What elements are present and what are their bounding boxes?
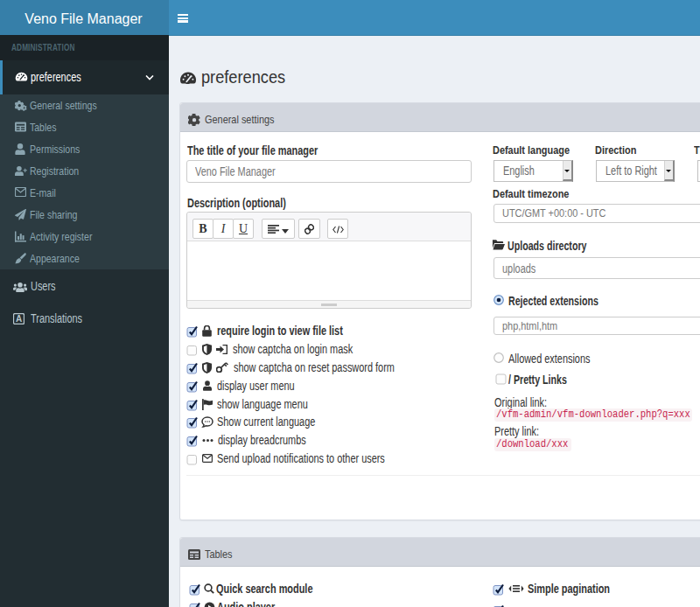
svg-text:A: A [16,314,22,324]
